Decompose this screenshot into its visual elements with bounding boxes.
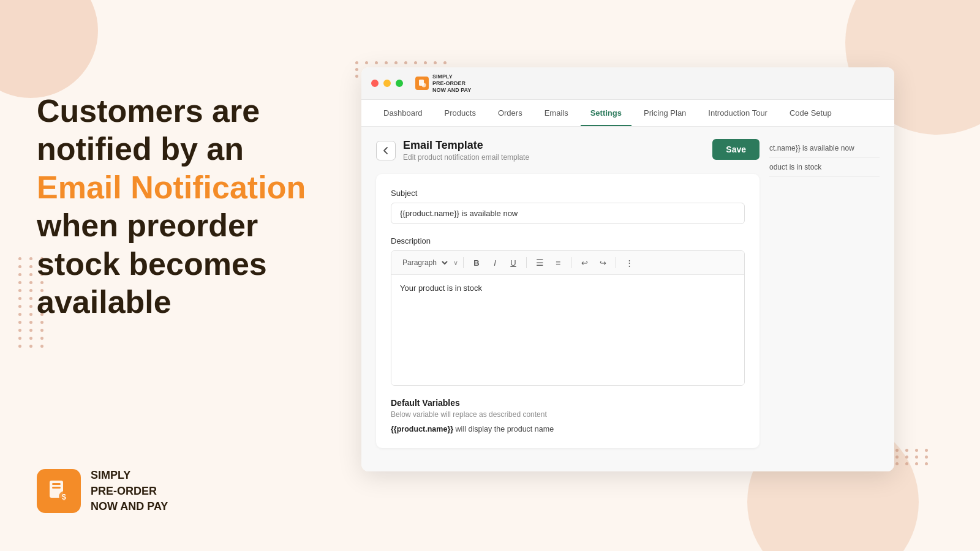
undo-button[interactable]: ↩ xyxy=(576,255,592,271)
underline-button[interactable]: U xyxy=(505,255,521,271)
main-content: Email Template Edit product notification… xyxy=(361,127,894,471)
logo-icon: $ xyxy=(37,469,81,513)
nav-item-settings[interactable]: Settings xyxy=(581,100,631,126)
nav-item-code-setup[interactable]: Code Setup xyxy=(780,100,842,126)
toolbar-divider-3 xyxy=(571,257,571,268)
italic-button[interactable]: I xyxy=(487,255,503,271)
headline-line3: when preorder xyxy=(37,208,258,243)
back-button[interactable] xyxy=(376,141,396,160)
app-window: SIMPLYPRE-ORDERNOW AND PAY Dashboard Pro… xyxy=(361,67,894,471)
form-card: Subject Description Paragraph Heading 1 … xyxy=(376,174,760,448)
redo-button[interactable]: ↪ xyxy=(595,255,611,271)
svg-text:$: $ xyxy=(62,493,66,501)
svg-rect-2 xyxy=(52,487,61,489)
headline-line5: available xyxy=(37,284,172,320)
page-header: Email Template Edit product notification… xyxy=(376,139,760,162)
headline-line2: notified by an xyxy=(37,131,244,167)
variables-subtitle: Below variable will replace as described… xyxy=(391,410,745,419)
close-button[interactable] xyxy=(371,80,379,87)
bold-button[interactable]: B xyxy=(469,255,484,271)
nav-item-orders[interactable]: Orders xyxy=(488,100,532,126)
ordered-list-button[interactable]: ≡ xyxy=(550,255,566,271)
left-panel: Customers are notified by an Email Notif… xyxy=(37,92,343,321)
page-header-left: Email Template Edit product notification… xyxy=(376,139,529,162)
variables-section: Default Variables Below variable will re… xyxy=(391,398,745,433)
editor-body[interactable]: Your product is in stock xyxy=(391,275,744,385)
variables-title: Default Variables xyxy=(391,398,745,408)
svg-point-6 xyxy=(422,83,426,88)
page-title: Email Template xyxy=(403,139,529,152)
app-logo-text: SIMPLYPRE-ORDERNOW AND PAY xyxy=(432,73,471,93)
toolbar-divider-1 xyxy=(463,257,464,268)
preview-panel: ct.name}} is available now oduct is in s… xyxy=(769,139,880,465)
nav-item-emails[interactable]: Emails xyxy=(535,100,578,126)
logo-container: $ SIMPLY PRE-ORDER NOW AND PAY xyxy=(37,468,168,514)
headline-line4: stock becomes xyxy=(37,246,267,282)
app-logo-icon xyxy=(415,77,429,90)
rich-text-editor: Paragraph Heading 1 Heading 2 ∨ B I U ☰ xyxy=(391,250,745,386)
app-logo: SIMPLYPRE-ORDERNOW AND PAY xyxy=(415,73,471,93)
preview-item-subject: ct.name}} is available now xyxy=(769,139,880,158)
bg-circle-top-left xyxy=(0,0,98,98)
nav-item-intro-tour[interactable]: Introduction Tour xyxy=(698,100,777,126)
editor-toolbar: Paragraph Heading 1 Heading 2 ∨ B I U ☰ xyxy=(391,251,744,275)
subject-label: Subject xyxy=(391,189,745,198)
window-titlebar: SIMPLYPRE-ORDERNOW AND PAY xyxy=(361,67,894,100)
nav-item-dashboard[interactable]: Dashboard xyxy=(374,100,432,126)
minimize-button[interactable] xyxy=(383,80,391,87)
maximize-button[interactable] xyxy=(396,80,403,87)
variable-item: {{product.name}} will display the produc… xyxy=(391,425,745,433)
subject-input[interactable] xyxy=(391,203,745,224)
nav-item-products[interactable]: Products xyxy=(435,100,486,126)
toolbar-divider-2 xyxy=(526,257,527,268)
more-options-button[interactable]: ⋮ xyxy=(621,255,637,271)
toolbar-divider-4 xyxy=(616,257,616,268)
nav-item-pricing[interactable]: Pricing Plan xyxy=(634,100,696,126)
svg-rect-1 xyxy=(52,483,61,485)
logo-text: SIMPLY PRE-ORDER NOW AND PAY xyxy=(91,468,168,514)
description-group: Description Paragraph Heading 1 Heading … xyxy=(391,236,745,386)
page-title-block: Email Template Edit product notification… xyxy=(403,139,529,162)
save-button[interactable]: Save xyxy=(712,139,760,160)
headline-highlight: Email Notification xyxy=(37,170,306,205)
preview-item-content: oduct is in stock xyxy=(769,158,880,177)
nav-bar: Dashboard Products Orders Emails Setting… xyxy=(361,100,894,127)
description-label: Description xyxy=(391,236,745,246)
page-subtitle: Edit product notification email template xyxy=(403,153,529,162)
paragraph-select[interactable]: Paragraph Heading 1 Heading 2 xyxy=(398,257,450,269)
unordered-list-button[interactable]: ☰ xyxy=(532,255,548,271)
headline-line1: Customers are xyxy=(37,93,260,129)
subject-group: Subject xyxy=(391,189,745,224)
headline: Customers are notified by an Email Notif… xyxy=(37,92,343,321)
